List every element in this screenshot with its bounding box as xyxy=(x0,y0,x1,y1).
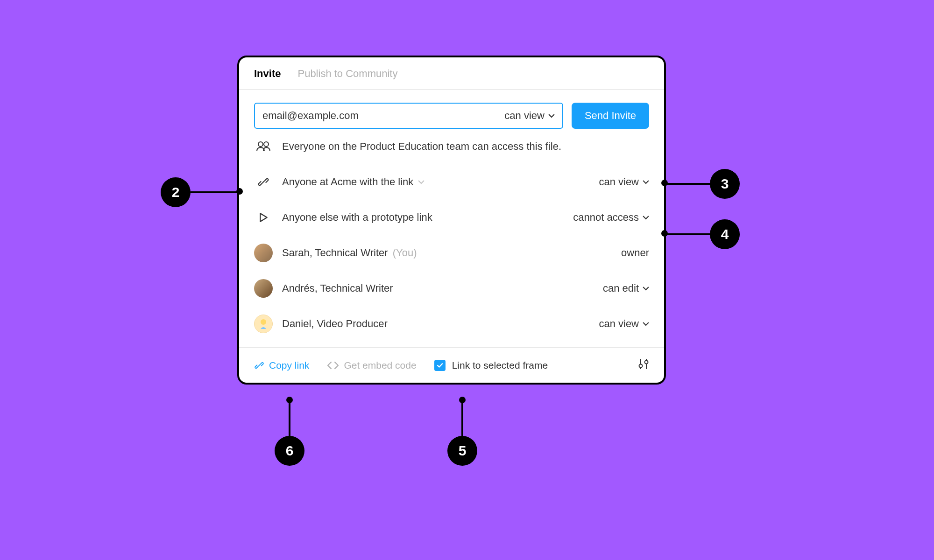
annotation-dot xyxy=(661,180,668,186)
team-access-text: Everyone on the Product Education team c… xyxy=(282,140,561,153)
svg-point-0 xyxy=(258,142,263,147)
chevron-down-icon xyxy=(643,179,649,185)
annotation-connector xyxy=(289,399,290,437)
link-access-permission-dropdown[interactable]: can view xyxy=(599,176,649,188)
annotation-dot xyxy=(661,230,668,237)
invite-row: can view Send Invite xyxy=(254,103,649,129)
svg-point-2 xyxy=(261,319,266,325)
member-permission: can edit xyxy=(603,282,639,294)
annotation-connector xyxy=(191,191,239,193)
get-embed-button[interactable]: Get embed code xyxy=(327,360,416,371)
email-input-container: can view xyxy=(254,103,563,129)
tab-bar: Invite Publish to Community xyxy=(239,57,664,90)
link-access-permission: can view xyxy=(599,176,639,188)
link-access-row: Anyone at Acme with the link can view xyxy=(254,164,649,200)
svg-point-6 xyxy=(645,361,648,364)
annotation-6: 6 xyxy=(275,436,304,466)
link-icon xyxy=(254,173,273,191)
play-icon xyxy=(254,208,273,227)
link-to-frame-checkbox[interactable] xyxy=(434,360,446,371)
chevron-down-icon xyxy=(548,112,555,119)
dialog-content: can view Send Invite Everyone on the Pro… xyxy=(239,90,664,342)
svg-point-4 xyxy=(639,364,643,368)
chevron-down-icon xyxy=(643,321,649,327)
member-permission: owner xyxy=(621,247,649,259)
member-row: Daniel, Video Producer can view xyxy=(254,306,649,342)
member-permission-dropdown[interactable]: can edit xyxy=(603,282,649,294)
chevron-down-icon xyxy=(643,285,649,292)
avatar xyxy=(254,279,273,298)
annotation-connector xyxy=(664,183,711,185)
invite-permission-dropdown[interactable]: can view xyxy=(504,110,555,122)
member-permission-static: owner xyxy=(621,247,649,259)
team-access-row: Everyone on the Product Education team c… xyxy=(254,129,649,164)
annotation-2: 2 xyxy=(161,177,191,207)
prototype-access-row: Anyone else with a prototype link cannot… xyxy=(254,200,649,235)
member-row: Andrés, Technical Writer can edit xyxy=(254,271,649,306)
annotation-dot xyxy=(286,397,293,403)
share-settings-button[interactable] xyxy=(638,358,649,372)
avatar xyxy=(254,244,273,262)
link-icon xyxy=(254,360,264,371)
send-invite-button[interactable]: Send Invite xyxy=(572,103,649,129)
link-access-dropdown[interactable]: Anyone at Acme with the link xyxy=(282,176,425,188)
link-to-frame-label: Link to selected frame xyxy=(452,360,548,371)
chevron-down-icon xyxy=(643,214,649,221)
you-tag: (You) xyxy=(393,247,417,259)
copy-link-label: Copy link xyxy=(269,360,309,371)
copy-link-button[interactable]: Copy link xyxy=(254,360,309,371)
member-row: Sarah, Technical Writer (You) owner xyxy=(254,235,649,271)
member-permission-dropdown[interactable]: can view xyxy=(599,318,649,330)
prototype-permission: cannot access xyxy=(573,211,639,224)
annotation-connector xyxy=(461,399,463,437)
people-icon xyxy=(254,137,273,156)
member-name: Sarah, Technical Writer xyxy=(282,247,388,259)
tab-invite[interactable]: Invite xyxy=(254,68,281,80)
code-icon xyxy=(327,361,339,370)
prototype-permission-dropdown[interactable]: cannot access xyxy=(573,211,649,224)
chevron-down-icon xyxy=(418,179,425,185)
dialog-footer: Copy link Get embed code Link to selecte… xyxy=(239,347,664,383)
share-dialog: Invite Publish to Community can view Sen… xyxy=(237,56,666,385)
link-access-label: Anyone at Acme with the link xyxy=(282,176,413,188)
invite-permission-label: can view xyxy=(504,110,545,122)
member-name: Andrés, Technical Writer xyxy=(282,282,393,294)
annotation-dot xyxy=(459,397,466,403)
tab-publish-community[interactable]: Publish to Community xyxy=(297,68,397,80)
embed-label: Get embed code xyxy=(344,360,416,371)
avatar xyxy=(254,315,273,333)
link-to-frame-option: Link to selected frame xyxy=(434,360,548,371)
annotation-4: 4 xyxy=(710,219,740,249)
annotation-connector xyxy=(664,233,711,235)
prototype-access-label: Anyone else with a prototype link xyxy=(282,211,432,224)
check-icon xyxy=(436,362,444,369)
annotation-dot xyxy=(236,188,243,195)
sliders-icon xyxy=(638,358,649,370)
member-permission: can view xyxy=(599,318,639,330)
annotation-3: 3 xyxy=(710,169,740,199)
email-field[interactable] xyxy=(262,110,504,122)
annotation-5: 5 xyxy=(447,436,477,466)
member-name: Daniel, Video Producer xyxy=(282,318,388,330)
svg-point-1 xyxy=(264,142,269,147)
